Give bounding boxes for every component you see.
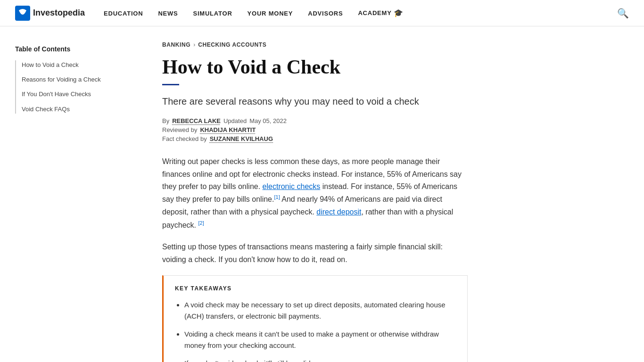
- key-takeaways-box: KEY TAKEAWAYS A void check may be necess…: [162, 275, 468, 362]
- fact-checker-name[interactable]: SUZANNE KVILHAUG: [210, 135, 273, 142]
- takeaway-item-1: A void check may be necessary to set up …: [184, 299, 456, 322]
- nav-links: EDUCATION NEWS SIMULATOR YOUR MONEY ADVI…: [104, 8, 606, 17]
- meta-reviewer-row: Reviewed by KHADIJA KHARTIT: [162, 126, 468, 133]
- updated-label: Updated: [223, 117, 247, 124]
- updated-date: May 05, 2022: [249, 117, 287, 124]
- toc-item-3[interactable]: If You Don't Have Checks: [22, 90, 132, 99]
- article-subtitle: There are several reasons why you may ne…: [162, 95, 468, 108]
- sidebar: Table of Contents How to Void a Check Re…: [15, 26, 147, 119]
- breadcrumb-checking-accounts[interactable]: CHECKING ACCOUNTS: [198, 41, 266, 48]
- meta-fact-check-row: Fact checked by SUZANNE KVILHAUG: [162, 135, 468, 142]
- toc-item-4[interactable]: Void Check FAQs: [22, 105, 132, 114]
- takeaways-list: A void check may be necessary to set up …: [175, 299, 456, 362]
- author-name[interactable]: REBECCA LAKE: [172, 117, 221, 124]
- breadcrumb-banking[interactable]: BANKING: [162, 41, 190, 48]
- takeaways-title: KEY TAKEAWAYS: [175, 285, 456, 292]
- nav-item-academy[interactable]: ACADEMY 🎓: [358, 8, 403, 17]
- search-icon[interactable]: 🔍: [617, 8, 629, 19]
- direct-deposit-link[interactable]: direct deposit: [316, 208, 361, 216]
- logo[interactable]: Investopedia: [15, 6, 85, 21]
- article-meta: By REBECCA LAKE Updated May 05, 2022 Rev…: [162, 117, 468, 142]
- toc-item-2[interactable]: Reasons for Voiding a Check: [22, 75, 132, 84]
- reviewer-name[interactable]: KHADIJA KHARTIT: [200, 126, 256, 133]
- nav-item-your-money[interactable]: YOUR MONEY: [248, 9, 293, 17]
- body-paragraph-1: Writing out paper checks is less common …: [162, 156, 468, 231]
- nav-item-simulator[interactable]: SIMULATOR: [193, 9, 232, 17]
- breadcrumb: BANKING › CHECKING ACCOUNTS: [162, 41, 468, 48]
- fact-checked-label: Fact checked by: [162, 135, 207, 142]
- takeaway-item-2: Voiding a check means it can't be used t…: [184, 329, 456, 351]
- graduation-cap-icon: 🎓: [394, 8, 404, 17]
- toc-list: How to Void a Check Reasons for Voiding …: [15, 60, 132, 114]
- meta-author-row: By REBECCA LAKE Updated May 05, 2022: [162, 117, 468, 124]
- by-label: By: [162, 117, 169, 124]
- body-paragraph-2: Setting up those types of transactions m…: [162, 241, 468, 266]
- logo-text: Investopedia: [33, 8, 85, 18]
- breadcrumb-separator: ›: [193, 41, 195, 48]
- nav-item-education[interactable]: EDUCATION: [104, 9, 143, 17]
- electronic-checks-link[interactable]: electronic checks: [263, 182, 321, 190]
- ref-2: [2]: [198, 220, 204, 226]
- main-content: BANKING › CHECKING ACCOUNTS How to Void …: [147, 26, 468, 362]
- takeaway-item-3: If you don't void a check, it'll still b…: [184, 358, 456, 362]
- toc-title: Table of Contents: [15, 45, 132, 53]
- navigation: Investopedia EDUCATION NEWS SIMULATOR YO…: [0, 0, 644, 26]
- reviewed-by-label: Reviewed by: [162, 126, 197, 133]
- toc-item-1[interactable]: How to Void a Check: [22, 60, 132, 69]
- article-body: Writing out paper checks is less common …: [162, 156, 468, 266]
- title-underline: [162, 84, 179, 85]
- article-title: How to Void a Check: [162, 56, 468, 78]
- ref-1: [1]: [274, 194, 280, 200]
- nav-item-advisors[interactable]: ADVISORS: [308, 9, 343, 17]
- nav-item-news[interactable]: NEWS: [158, 9, 178, 17]
